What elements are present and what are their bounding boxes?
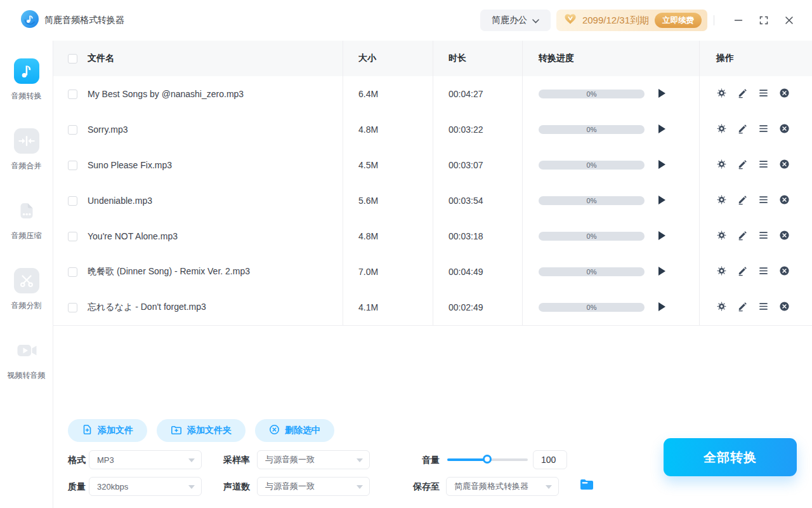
row-settings-button[interactable] (716, 230, 727, 243)
play-button[interactable] (658, 124, 666, 135)
sidebar-item-audio-split[interactable]: 音频分割 (11, 268, 42, 311)
row-edit-button[interactable] (737, 194, 748, 207)
edit-pencil-icon (737, 230, 748, 243)
close-button[interactable] (779, 10, 799, 30)
channels-value: 与源音频一致 (265, 481, 315, 492)
column-header-size: 大小 (343, 41, 433, 76)
sample-rate-select[interactable]: 与源音频一致 (257, 450, 370, 469)
play-button[interactable] (658, 89, 666, 100)
row-details-button[interactable] (758, 230, 769, 243)
play-button[interactable] (658, 160, 666, 171)
row-checkbox[interactable] (68, 232, 77, 241)
edit-pencil-icon (737, 265, 748, 278)
play-icon (658, 302, 666, 313)
quality-select[interactable]: 320kbps (89, 477, 202, 496)
volume-slider-thumb[interactable] (483, 455, 492, 464)
maximize-button[interactable] (754, 10, 774, 30)
renew-button[interactable]: 立即续费 (655, 13, 702, 28)
row-settings-button[interactable] (716, 301, 727, 314)
row-edit-button[interactable] (737, 265, 748, 278)
row-settings-button[interactable] (716, 159, 727, 171)
bottom-toolbar: 添加文件 添加文件夹 删除选中 (68, 419, 334, 442)
row-settings-button[interactable] (716, 265, 727, 278)
remove-circle-icon (779, 230, 790, 243)
row-checkbox[interactable] (68, 125, 77, 135)
row-remove-button[interactable] (779, 230, 790, 243)
save-to-label: 保存至 (413, 477, 440, 496)
row-checkbox[interactable] (68, 161, 77, 170)
app-identity: 简鹿音频格式转换器 (21, 10, 124, 30)
sidebar-item-audio-compress[interactable]: 音频压缩 (11, 198, 42, 241)
row-details-button[interactable] (758, 88, 769, 100)
progress-bar: 0% (539, 125, 645, 134)
play-icon (658, 124, 666, 135)
remove-circle-icon (779, 88, 790, 100)
gear-icon (716, 194, 727, 207)
caret-down-icon (357, 485, 363, 489)
settings-row-2: 质量 320kbps 声道数 与源音频一致 保存至 简鹿音频格式转换器 (53, 477, 812, 496)
app-title: 简鹿音频格式转换器 (44, 15, 124, 26)
sample-rate-value: 与源音频一致 (265, 454, 315, 465)
add-folder-button[interactable]: 添加文件夹 (157, 419, 246, 442)
add-folder-label: 添加文件夹 (187, 425, 232, 436)
row-checkbox[interactable] (68, 196, 77, 206)
format-select[interactable]: MP3 (89, 450, 202, 469)
row-details-button[interactable] (758, 265, 769, 278)
row-remove-button[interactable] (779, 159, 790, 171)
delete-selected-button[interactable]: 删除选中 (255, 419, 334, 442)
row-checkbox[interactable] (68, 90, 77, 99)
row-edit-button[interactable] (737, 123, 748, 136)
volume-input[interactable] (533, 450, 567, 469)
row-edit-button[interactable] (737, 88, 748, 100)
play-button[interactable] (658, 231, 666, 242)
open-folder-button[interactable] (580, 479, 594, 492)
row-details-button[interactable] (758, 123, 769, 136)
row-edit-button[interactable] (737, 159, 748, 171)
row-settings-button[interactable] (716, 123, 727, 136)
sidebar-item-label: 音频合并 (11, 161, 42, 171)
suite-dropdown-label: 简鹿办公 (492, 15, 527, 26)
row-details-button[interactable] (758, 301, 769, 314)
sidebar-item-video-to-audio[interactable]: 视频转音频 (8, 338, 46, 381)
row-checkbox[interactable] (68, 267, 77, 277)
video-camera-icon (14, 338, 39, 366)
play-button[interactable] (658, 267, 666, 277)
add-file-button[interactable]: 添加文件 (68, 419, 147, 442)
row-edit-button[interactable] (737, 230, 748, 243)
sidebar-item-audio-convert[interactable]: 音频转换 (11, 58, 42, 102)
list-icon (758, 265, 769, 278)
merge-arrows-icon (14, 128, 39, 156)
suite-dropdown-button[interactable]: 简鹿办公 (480, 10, 551, 31)
convert-all-button[interactable]: 全部转换 (664, 438, 797, 476)
sidebar: 音频转换 音频合并 (0, 41, 53, 508)
minimize-button[interactable] (728, 10, 749, 30)
select-all-checkbox[interactable] (68, 54, 77, 64)
row-checkbox[interactable] (68, 303, 77, 312)
sidebar-item-label: 音频分割 (11, 300, 42, 311)
row-settings-button[interactable] (716, 194, 727, 207)
row-details-button[interactable] (758, 194, 769, 207)
row-filename: 晩餐歌 (Dinner Song) - Remix Ver. 2.mp3 (88, 266, 250, 277)
row-filename: Sorry.mp3 (88, 124, 128, 135)
sidebar-item-audio-merge[interactable]: 音频合并 (11, 128, 42, 171)
row-edit-button[interactable] (737, 301, 748, 314)
row-duration: 00:04:27 (433, 76, 523, 112)
row-size: 5.6M (343, 183, 433, 218)
compress-file-icon (14, 198, 39, 226)
sample-rate-label: 采样率 (223, 450, 250, 469)
row-details-button[interactable] (758, 159, 769, 171)
music-note-icon (14, 58, 39, 86)
row-remove-button[interactable] (779, 301, 790, 314)
play-button[interactable] (658, 302, 666, 313)
channels-select[interactable]: 与源音频一致 (257, 477, 370, 496)
row-duration: 00:02:49 (433, 290, 523, 325)
volume-slider[interactable] (447, 458, 528, 461)
row-remove-button[interactable] (779, 265, 790, 278)
license-badge: 2099/12/31到期 立即续费 (556, 10, 707, 31)
row-remove-button[interactable] (779, 194, 790, 207)
play-button[interactable] (658, 196, 666, 206)
row-remove-button[interactable] (779, 123, 790, 136)
row-settings-button[interactable] (716, 88, 727, 100)
save-to-select[interactable]: 简鹿音频格式转换器 (446, 477, 559, 496)
row-remove-button[interactable] (779, 88, 790, 100)
